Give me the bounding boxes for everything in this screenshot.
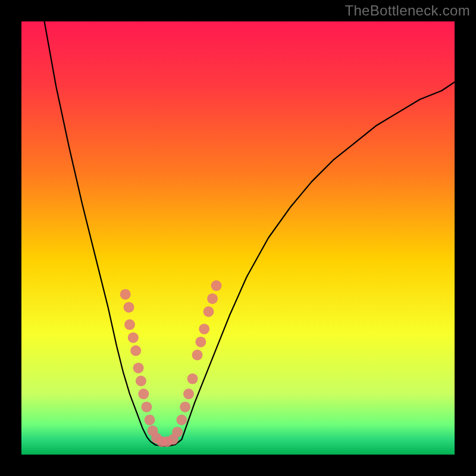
- data-dot: [141, 402, 152, 412]
- data-dot: [128, 332, 139, 343]
- data-dot: [180, 402, 190, 412]
- data-dot: [133, 362, 144, 373]
- data-dot: [120, 289, 131, 300]
- data-dot: [207, 293, 218, 304]
- data-dot: [199, 324, 209, 334]
- data-dot: [172, 427, 183, 437]
- data-dot: [144, 415, 155, 425]
- data-dot: [203, 306, 214, 317]
- data-dot: [130, 345, 141, 356]
- data-dot: [176, 415, 187, 425]
- data-dot: [192, 350, 203, 361]
- data-dot: [183, 389, 194, 399]
- chart-svg: [21, 21, 455, 455]
- data-dot: [136, 375, 146, 386]
- data-dot: [124, 302, 134, 312]
- plot-area: [21, 21, 455, 455]
- data-dot: [138, 389, 149, 399]
- data-dot: [195, 337, 206, 347]
- data-dot: [187, 374, 198, 384]
- watermark-text: TheBottleneck.com: [345, 2, 470, 19]
- gradient-background: [21, 21, 455, 455]
- chart-frame: TheBottleneck.com: [0, 0, 476, 476]
- data-dot: [211, 280, 222, 291]
- data-dot: [124, 320, 135, 330]
